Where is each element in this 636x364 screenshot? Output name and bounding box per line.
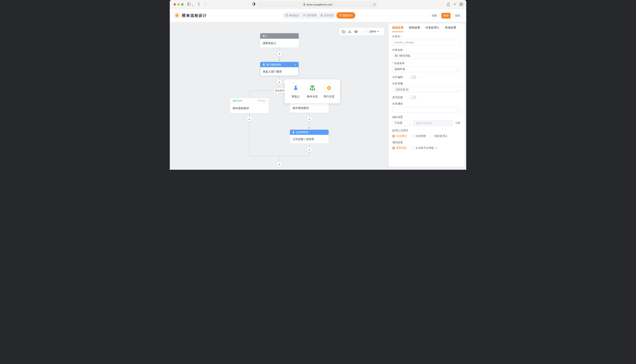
- chevron-down-icon[interactable]: [192, 4, 193, 7]
- add-node-button[interactable]: [277, 51, 282, 56]
- add-node-button[interactable]: [307, 117, 312, 122]
- window-zoom-button[interactable]: [181, 3, 183, 6]
- empty-handler-label: 处理人为空时: [392, 129, 461, 132]
- tab-button-settings[interactable]: 按钮设置: [409, 24, 420, 32]
- gm-approval-node[interactable]: 总经理审批 公司总部 / 总经理: [290, 130, 329, 144]
- save-button[interactable]: 保存: [442, 13, 451, 18]
- tab-basic-settings[interactable]: 基础设置: [392, 24, 403, 32]
- close-icon[interactable]: ×: [295, 64, 296, 66]
- toolbar-divider: [361, 30, 361, 34]
- back-button[interactable]: [198, 2, 200, 6]
- chevron-down-icon: [456, 68, 459, 72]
- radio-auto-reject[interactable]: [411, 135, 414, 138]
- app-header: 橙单流程设计 基础信息 流程变量: [170, 9, 466, 22]
- task-name-label: 任务名称: [392, 48, 461, 51]
- info-icon[interactable]: [435, 147, 438, 149]
- zoom-out-button[interactable]: [363, 29, 368, 34]
- countersign-label: 是否会签: [392, 96, 403, 99]
- reload-button[interactable]: [373, 3, 376, 6]
- online-form-label: * 在线表单: [392, 62, 461, 65]
- online-form-select[interactable]: 报销申请: [392, 66, 461, 72]
- popup-item-parallel-branch[interactable]: 并行分支: [322, 82, 336, 103]
- radio-assign-handler[interactable]: [431, 135, 433, 138]
- back-to-list-button[interactable]: 返回: [453, 13, 462, 18]
- task-variable-label: 任务变量: [392, 82, 461, 85]
- radio-current-node-approval[interactable]: [411, 147, 414, 149]
- popup-item-approver[interactable]: 审批人: [289, 82, 303, 103]
- required-mark: *: [392, 62, 393, 65]
- add-node-button[interactable]: [307, 147, 312, 152]
- share-icon[interactable]: [447, 2, 450, 7]
- add-node-popup: 审批人 条件分支: [285, 79, 340, 103]
- forward-button[interactable]: [204, 2, 206, 6]
- chevron-down-icon: [456, 109, 459, 112]
- window-minimize-button[interactable]: [177, 3, 180, 6]
- condition-left-body: 条件流转路径: [230, 104, 269, 113]
- open-file-icon[interactable]: [342, 30, 345, 33]
- countersign-toggle[interactable]: [409, 96, 416, 99]
- countersign-row: 是否会签: [392, 96, 461, 99]
- sliders-icon: [303, 14, 306, 17]
- start-node-body: 流程发起人: [260, 39, 299, 48]
- add-node-button[interactable]: [277, 162, 282, 167]
- tab-process-variables[interactable]: 流程变量: [301, 12, 319, 19]
- condition-left-node[interactable]: 满足条件 优先级1 条件流转路径: [230, 98, 269, 113]
- tab-basic-info[interactable]: 基础信息: [283, 12, 301, 19]
- timeout-mode-select[interactable]: 不设置: [392, 120, 413, 126]
- doc-edit-icon: [285, 14, 288, 17]
- lock-icon: [303, 3, 305, 6]
- allow-edit-label: 允许编辑: [392, 76, 403, 78]
- condition-left-header: 满足条件 优先级1: [230, 98, 269, 104]
- page-title: 橙单流程设计: [182, 13, 207, 18]
- user-stamp-icon: [292, 131, 295, 134]
- dept-approval-node-body: 发起人部门领导: [260, 67, 299, 76]
- task-id-label: 任务ID: [392, 35, 461, 38]
- connector-line: [249, 90, 250, 98]
- window-close-button[interactable]: [173, 3, 176, 6]
- tab-other-settings[interactable]: 其他设置: [445, 24, 456, 32]
- task-id-input[interactable]: [394, 41, 459, 44]
- add-condition-pill[interactable]: 添加条件: [274, 88, 286, 93]
- radio-auto-approve[interactable]: [392, 135, 395, 138]
- dept-approval-node[interactable]: 部门领导审批 × 发起人部门领导: [260, 62, 299, 76]
- task-name-input[interactable]: [394, 54, 459, 58]
- condition-branch-icon: [307, 82, 318, 93]
- app-logo-icon: [174, 12, 180, 18]
- settings-panel: 基础设置 按钮设置 任务处理人 其他设置 任务ID 任务名称 * 在线表单: [388, 24, 465, 167]
- tab-process-status[interactable]: 流程状态: [319, 12, 336, 19]
- condition-right-body: 条件流转路径: [290, 103, 329, 113]
- chevron-down-icon: [409, 122, 411, 126]
- start-node[interactable]: 录入 流程发起人: [260, 33, 299, 48]
- download-icon[interactable]: [348, 30, 351, 33]
- tag-remove-icon[interactable]: [406, 88, 408, 91]
- add-node-button[interactable]: [247, 117, 252, 122]
- browser-window: demo.orangeforms.com: [170, 0, 466, 170]
- tab-overview-icon[interactable]: [460, 3, 463, 6]
- timeout-unit: 小时: [455, 122, 460, 125]
- privacy-shield-icon[interactable]: [252, 2, 255, 7]
- task-variable-select[interactable]: 报销金额: [392, 87, 461, 92]
- settings-tab-bar: 基础设置 按钮设置 任务处理人 其他设置: [388, 24, 465, 32]
- zoom-in-button[interactable]: [377, 30, 379, 34]
- header-tab-group: 基础信息 流程变量 流程状态: [283, 12, 356, 19]
- switch-button[interactable]: 切换: [430, 13, 439, 18]
- reject-setting-label: 退回设置: [392, 141, 461, 144]
- allow-edit-toggle[interactable]: [409, 75, 416, 79]
- new-tab-icon[interactable]: [453, 3, 456, 6]
- popup-item-condition-branch[interactable]: 条件分支: [306, 82, 319, 103]
- popup-caret: [283, 80, 287, 84]
- tab-process-design[interactable]: 流程设计: [337, 12, 355, 18]
- add-node-button[interactable]: [277, 80, 282, 84]
- sidebar-icon[interactable]: [187, 2, 190, 6]
- preview-eye-icon[interactable]: [354, 30, 358, 33]
- tab-task-assignee[interactable]: 任务处理人: [426, 24, 440, 32]
- radio-restart-approval[interactable]: [392, 147, 395, 149]
- gm-approval-node-body: 公司总部 / 总经理: [290, 135, 329, 144]
- task-notice-select[interactable]: [392, 107, 461, 112]
- settings-form: 任务ID 任务名称 * 在线表单 报销申请: [388, 35, 465, 150]
- address-bar[interactable]: demo.orangeforms.com: [258, 2, 378, 7]
- timeout-value-input[interactable]: [413, 120, 453, 126]
- gm-approval-node-header: 总经理审批: [290, 130, 329, 135]
- url-text: demo.orangeforms.com: [306, 3, 332, 6]
- allow-edit-row: 允许编辑: [392, 75, 461, 79]
